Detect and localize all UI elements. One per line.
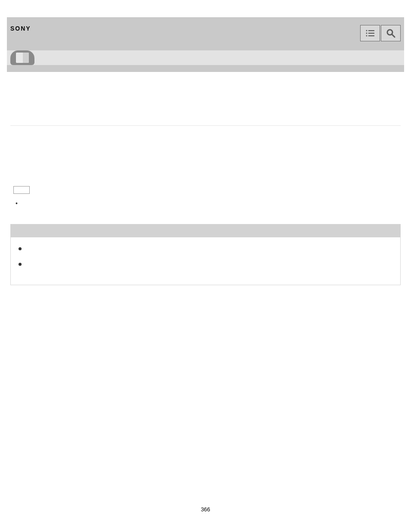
list-item xyxy=(16,200,401,208)
subheader-bar xyxy=(7,50,404,65)
svg-line-7 xyxy=(392,34,395,37)
note-item xyxy=(18,261,393,274)
menu-path-box xyxy=(13,186,30,194)
note-body xyxy=(11,237,400,285)
menu-icon xyxy=(365,28,375,38)
manual-icon xyxy=(10,50,34,65)
search-icon xyxy=(386,28,396,38)
svg-rect-5 xyxy=(368,35,374,36)
note-list xyxy=(18,246,393,274)
option-list xyxy=(10,200,401,208)
note-item xyxy=(18,246,393,258)
svg-rect-3 xyxy=(368,33,374,34)
search-button[interactable] xyxy=(381,25,401,41)
svg-point-4 xyxy=(366,35,367,37)
menu-button[interactable] xyxy=(360,25,380,41)
gray-strip xyxy=(7,65,404,72)
svg-point-0 xyxy=(366,30,367,31)
header-bar: SONY xyxy=(7,17,404,50)
svg-rect-1 xyxy=(368,30,374,31)
header-buttons xyxy=(360,25,401,41)
content-area xyxy=(7,72,404,289)
note-box xyxy=(10,224,401,285)
page-number: 366 xyxy=(0,506,411,513)
subheader-logo[interactable] xyxy=(10,50,34,65)
brand-logo: SONY xyxy=(10,25,31,32)
svg-point-2 xyxy=(366,33,367,34)
note-header xyxy=(11,224,400,237)
